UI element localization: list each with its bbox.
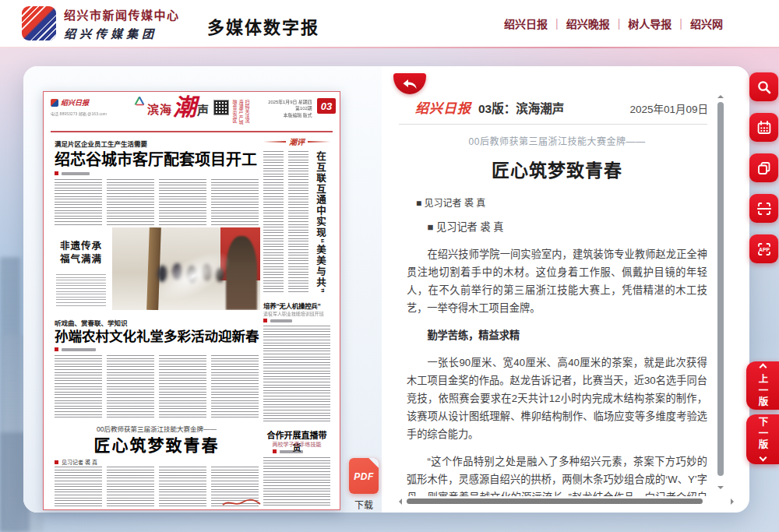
horizontal-scrollbar[interactable] <box>396 497 738 506</box>
newspaper-page-preview[interactable]: 绍兴日报 电话 88953273 邮箱 @163.com 滨海 潮 声 扫码关注… <box>43 91 340 510</box>
nav-shaoxing-evening[interactable]: 绍兴晚报 <box>566 16 610 31</box>
pages-icon <box>756 160 772 176</box>
app-icon: APP <box>756 241 773 258</box>
reader-header: 绍兴日报 03版：滨海潮声 2025年01月09日 <box>415 97 708 117</box>
newspaper-issue: 第102期 <box>268 105 312 111</box>
newsprint-column <box>55 355 102 417</box>
pdf-folded-corner <box>368 458 379 468</box>
chevron-down-icon <box>759 453 767 461</box>
paper-brand-logo: 绍兴日报 <box>415 97 471 117</box>
newsprint-column <box>159 355 206 417</box>
article6-headline[interactable]: 匠心筑梦致青春 <box>55 432 259 456</box>
horizontal-scrollbar-thumb[interactable] <box>407 499 703 504</box>
article-reader: 00后教师获第三届浙江技能大赛金牌—— 匠心筑梦致青春 ■ 见习记者 裘 真 ■… <box>407 130 707 496</box>
vertical-scrollbar[interactable] <box>716 92 725 499</box>
newsprint-column <box>159 179 206 225</box>
newsprint-column <box>288 151 308 293</box>
commentary-logo: 潮评 <box>263 136 330 147</box>
next-page-label: 下一版 <box>756 417 770 451</box>
commentary-headline-vertical[interactable]: 在互联互通中实现“美美与共” <box>313 151 328 296</box>
media-center-logo <box>22 6 56 41</box>
news-photo[interactable] <box>112 227 260 310</box>
article3-subtitle: 退役军人职业技能培训班开班 <box>263 310 325 317</box>
reader-divider <box>399 124 707 125</box>
newsprint-column <box>107 179 154 225</box>
commentary-logo-text: 潮评 <box>289 136 305 147</box>
article3-columns <box>263 326 330 422</box>
scroll-up-arrow[interactable] <box>717 92 724 98</box>
back-arrow-icon <box>401 78 418 90</box>
article-kicker: 00后教师获第三届浙江技能大赛金牌—— <box>407 134 707 147</box>
newspaper-date: 2025年1月9日 星期四 <box>268 99 312 105</box>
article1-columns <box>55 179 259 225</box>
org-title-block: 绍兴市新闻传媒中心 绍兴传媒集团 <box>64 6 180 41</box>
nav-shaoxing-daily[interactable]: 绍兴日报 <box>504 16 548 31</box>
article-paragraph: “这个作品特别之处是融入了多种绍兴元素，茶案下方巧妙的弧形木件，灵感源自绍兴的拱… <box>407 453 707 496</box>
qr-code <box>213 100 229 115</box>
pdf-download-button[interactable]: PDF 下载 <box>346 458 382 511</box>
newspaper-brand-icon <box>51 99 58 107</box>
photo-caption-lines <box>56 274 106 307</box>
article-byline: ■ 见习记者 裘 真 <box>416 196 707 209</box>
newspaper-contact: 电话 88953273 邮箱 @163.com <box>51 111 115 117</box>
newsprint-column <box>107 467 154 507</box>
byline-bullet <box>55 347 58 351</box>
qr-caption: 扫码关注滨海潮声 产城融合示范区 <box>231 100 250 126</box>
article7-subtitle: 两校学子牵手练技能 <box>263 440 330 448</box>
org-group-name: 绍兴传媒集团 <box>64 25 180 41</box>
byline-bullet <box>263 319 267 322</box>
article-paragraph: 在绍兴技师学院一间实验室内，建筑装饰专业教师赵龙正全神贯注地切割着手中的木材。这… <box>407 245 707 317</box>
article5-columns <box>55 355 259 417</box>
screen: 绍兴市新闻传媒中心 绍兴传媒集团 多媒体数字报 绍兴日报 | 绍兴晚报 | 树人… <box>0 0 779 532</box>
article-title: 匠心筑梦致青春 <box>407 156 707 182</box>
newsprint-column <box>263 151 284 293</box>
search-icon <box>756 79 772 95</box>
top-nav: 绍兴日报 | 绍兴晚报 | 树人导报 | 绍兴网 <box>504 16 723 31</box>
newsprint-column <box>211 179 259 225</box>
site-title: 多媒体数字报 <box>207 13 319 38</box>
publish-date: 2025年01月09日 <box>629 100 708 116</box>
article5-byline <box>55 347 96 351</box>
section-masthead: 滨海 潮 声 扫码关注滨海潮声 产城融合示范区 <box>134 96 250 126</box>
commentary-columns <box>263 151 308 293</box>
pdf-file-icon: PDF <box>349 458 379 494</box>
masthead-rule <box>51 131 333 132</box>
pages-copy-button[interactable] <box>749 153 778 182</box>
article3-headline[interactable]: 培养“无人机操控兵” <box>263 301 330 310</box>
next-page-button[interactable]: 下一版 <box>746 414 779 464</box>
main-card: 绍兴日报 电话 88953273 邮箱 @163.com 滨海 潮 声 扫码关注… <box>23 66 749 513</box>
calendar-button[interactable] <box>749 113 778 142</box>
nav-separator: | <box>555 17 559 30</box>
nav-shaoxing-web[interactable]: 绍兴网 <box>690 16 723 31</box>
previous-page-button[interactable]: 上一版 <box>746 361 779 410</box>
article6-byline: 见习记者 裘 真 <box>55 458 97 466</box>
section-triangle-logo <box>134 96 145 106</box>
section-name-part: 滨海 <box>147 100 172 117</box>
article1-byline <box>55 171 90 175</box>
scroll-down-arrow[interactable] <box>717 486 724 492</box>
edition-label: 03版：滨海潮声 <box>478 99 564 116</box>
page-number-badge: 03 <box>317 98 336 114</box>
pdf-download-label: 下载 <box>346 498 382 511</box>
org-name: 绍兴市新闻传媒中心 <box>64 6 180 23</box>
chevron-up-icon <box>759 364 767 372</box>
back-button[interactable] <box>393 73 426 94</box>
newsprint-column <box>263 457 330 506</box>
pdf-badge-text: PDF <box>349 471 379 482</box>
article5-headline[interactable]: 孙端农村文化礼堂多彩活动迎新春 <box>55 326 259 345</box>
article1-headline[interactable]: 绍芯谷城市客厅配套项目开工 <box>55 147 257 170</box>
article7-columns <box>263 457 330 506</box>
byline-bullet <box>55 460 58 464</box>
app-download-button[interactable]: APP <box>749 234 778 263</box>
scroll-left-arrow[interactable] <box>396 499 402 505</box>
vertical-scrollbar-thumb[interactable] <box>717 102 724 476</box>
scan-qr-button[interactable] <box>749 194 778 223</box>
nav-separator: | <box>679 17 682 30</box>
nav-separator: | <box>618 17 621 30</box>
previous-page-label: 上一版 <box>756 374 770 408</box>
search-button[interactable] <box>749 72 778 101</box>
newspaper-brand-name: 绍兴日报 <box>61 97 89 107</box>
scroll-right-arrow[interactable] <box>731 499 737 505</box>
nav-shuren-daobao[interactable]: 树人导报 <box>628 16 671 31</box>
article3-byline <box>263 319 292 322</box>
